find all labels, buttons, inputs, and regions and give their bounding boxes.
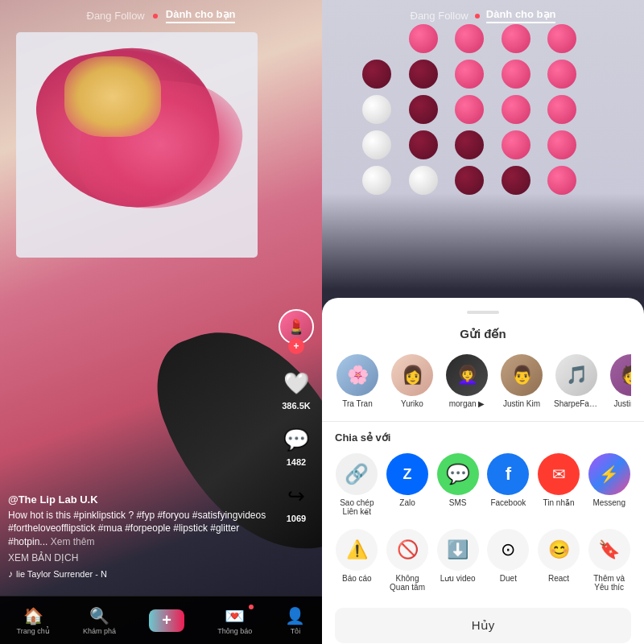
music-text: lie Taylor Surrender - N <box>16 569 107 579</box>
dot-item <box>455 130 484 159</box>
dot-item <box>502 130 530 159</box>
dot-item <box>502 166 530 195</box>
share-option-link[interactable]: 🔗 Sao chépLiên kết <box>335 453 379 516</box>
dot-item <box>502 24 530 53</box>
dot-item <box>547 24 576 53</box>
notinterested-icon: 🚫 <box>386 529 428 571</box>
nav-dot-left <box>153 14 158 19</box>
friend-name-4: Justin Kim <box>503 399 540 408</box>
share-option-facebook[interactable]: f Facebook <box>486 453 530 516</box>
profile-icon: 👤 <box>285 606 305 625</box>
react-icon: 😊 <box>538 529 580 571</box>
dot-item <box>409 130 438 159</box>
zalo-label: Zalo <box>399 498 415 507</box>
bookmark-icon: 🔖 <box>588 529 630 571</box>
nav-search[interactable]: 🔍 Khám phá <box>83 606 116 635</box>
zalo-icon-circle: Z <box>386 453 428 495</box>
dot-item <box>362 130 391 159</box>
foryou-tab-right[interactable]: Dành cho bạn <box>486 8 556 23</box>
avatar-group: 💄 + <box>279 309 314 354</box>
share-option-sms[interactable]: 💬 SMS <box>436 453 480 516</box>
translate-btn[interactable]: XEM BẢN DỊCH <box>8 552 274 564</box>
friend-item-4[interactable]: 👨 Justin Kim <box>499 354 544 408</box>
share-with-title: Chia sẻ với <box>335 431 631 444</box>
dot-item <box>409 24 438 53</box>
report-label: Báo cáo <box>342 574 372 583</box>
music-note-icon: ♪ <box>8 568 13 580</box>
dot-item <box>409 166 438 195</box>
comment-group[interactable]: 💬 1482 <box>280 423 312 467</box>
dot-item <box>409 95 438 124</box>
add-button[interactable]: + <box>149 609 184 632</box>
dot-item <box>547 130 576 159</box>
foryou-tab-left[interactable]: Dành cho bạn <box>166 8 236 23</box>
nav-add[interactable]: + <box>149 609 184 632</box>
dot-item <box>455 95 484 124</box>
friend-name-1: Tra Tran <box>342 399 372 408</box>
dot-item <box>455 60 484 89</box>
sheet-handle <box>467 311 499 314</box>
divider-1 <box>322 421 644 422</box>
following-tab-left[interactable]: Đang Follow <box>87 10 145 22</box>
save-label: Lưu video <box>440 574 476 583</box>
caption-text: How hot is this #pinklipstick ? #fyp #fo… <box>8 509 274 549</box>
action-notinterested[interactable]: 🚫 KhôngQuan tâm <box>386 529 430 592</box>
dot-item <box>362 95 391 124</box>
like-group[interactable]: 🤍 386.5K <box>280 367 312 411</box>
action-bookmark[interactable]: 🔖 Thêm vàYêu thíc <box>587 529 631 592</box>
right-video-area: Đang Follow Dành cho bạn <box>322 0 644 322</box>
user-handle[interactable]: @The Lip Lab U.K <box>8 493 274 506</box>
friend-item-1[interactable]: 🌸 Tra Tran <box>335 354 380 408</box>
share-icon: ↪ <box>280 480 312 512</box>
home-icon: 🏠 <box>23 606 43 625</box>
bottom-text: @The Lip Lab U.K How hot is this #pinkli… <box>8 493 274 580</box>
friend-item-6[interactable]: 🧑 Justin Vib <box>609 354 631 408</box>
action-report[interactable]: ⚠️ Báo cáo <box>335 529 379 592</box>
action-save[interactable]: ⬇️ Lưu video <box>436 529 480 592</box>
following-tab-right[interactable]: Đang Follow <box>411 10 469 22</box>
friend-avatar-6: 🧑 <box>610 354 631 396</box>
cancel-button[interactable]: Hủy <box>335 608 631 643</box>
comment-count: 1482 <box>287 457 306 467</box>
nav-inbox[interactable]: 💌 Thông báo <box>217 606 252 635</box>
see-more-btn[interactable]: Xem thêm <box>51 536 95 547</box>
action-duet[interactable]: ⊙ Duet <box>486 529 530 592</box>
left-video-panel: Đang Follow Dành cho bạn 💄 + 🤍 386.5K 💬 … <box>0 0 322 644</box>
friend-avatar-3: 👩‍🦱 <box>446 354 488 396</box>
tinhan-icon-circle: ✉ <box>538 453 580 495</box>
share-group[interactable]: ↪ 1069 <box>280 480 312 523</box>
link-icon-circle: 🔗 <box>336 453 378 495</box>
friend-avatar-2: 👩 <box>391 354 433 396</box>
dot-item <box>455 24 484 53</box>
share-option-zalo[interactable]: Z Zalo <box>386 453 430 516</box>
inbox-icon: 💌 <box>225 606 245 625</box>
report-icon: ⚠️ <box>336 529 378 571</box>
save-icon: ⬇️ <box>437 529 479 571</box>
dot-item <box>362 60 391 89</box>
share-sheet: Gửi đến 🌸 Tra Tran 👩 Yuriko 👩‍🦱 morgan ▶… <box>322 298 644 644</box>
friend-item-2[interactable]: 👩 Yuriko <box>390 354 435 408</box>
action-react[interactable]: 😊 React <box>537 529 581 592</box>
nav-profile[interactable]: 👤 Tôi <box>285 606 305 635</box>
search-label: Khám phá <box>83 627 116 635</box>
actions-row: ⚠️ Báo cáo 🚫 KhôngQuan tâm ⬇️ Lưu video … <box>335 529 631 592</box>
friend-avatar-1: 🌸 <box>336 354 378 396</box>
nav-dot-right <box>475 14 480 19</box>
dot-item <box>362 166 391 195</box>
dot-item <box>502 60 530 89</box>
follow-plus-badge[interactable]: + <box>288 338 304 354</box>
duet-icon: ⊙ <box>487 529 529 571</box>
facebook-label: Facebook <box>490 498 526 507</box>
nav-home[interactable]: 🏠 Trang chủ <box>17 606 50 635</box>
friend-item-3[interactable]: 👩‍🦱 morgan ▶ <box>444 354 489 408</box>
friend-item-5[interactable]: 🎵 SharpeFami lySingers <box>554 354 599 408</box>
bookmark-label: Thêm vàYêu thíc <box>593 574 625 592</box>
friend-name-5: SharpeFami lySingers <box>554 399 599 408</box>
sms-icon-circle: 💬 <box>437 453 479 495</box>
sheet-title: Gửi đến <box>335 327 631 341</box>
share-count: 1069 <box>287 514 306 523</box>
music-row[interactable]: ♪ lie Taylor Surrender - N <box>8 568 274 580</box>
share-option-messenger[interactable]: ⚡ Messeng <box>587 453 631 516</box>
avatar-icon: 💄 <box>287 318 305 336</box>
share-option-tinhan[interactable]: ✉ Tin nhắn <box>537 453 581 516</box>
